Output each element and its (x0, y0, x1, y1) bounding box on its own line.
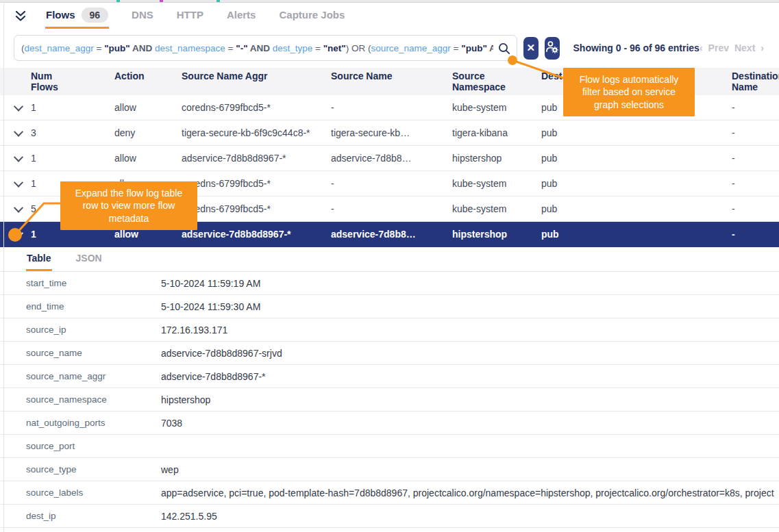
column-header-source-name[interactable]: Source Name (331, 71, 452, 81)
tab-detail-table[interactable]: Table (26, 247, 52, 271)
tab-detail-json[interactable]: JSON (75, 247, 103, 271)
cell-source_namespace: tigera-kibana (452, 127, 541, 138)
next-button[interactable]: Next (734, 42, 755, 53)
detail-value: 5-10-2024 11:59:30 AM (161, 301, 779, 312)
query-token-op: = (94, 43, 104, 53)
cell-source_name: tigera-secure-kb… (331, 127, 452, 138)
cell-source_name_aggr: adservice-7d8b8d8967-* (182, 229, 331, 240)
cell-source_name: adservice-7d8b8… (331, 153, 452, 164)
query-token-val: "pub" (104, 43, 130, 53)
cell-dest_name: - (732, 127, 779, 138)
detail-row-source_port: source_port (0, 435, 779, 458)
flow-row[interactable]: 1allowadservice-7d8b8d8967-*adservice-7d… (0, 146, 779, 171)
detail-row-source_namespace: source_namespacehipstershop (0, 388, 779, 411)
panel-left-border (3, 3, 4, 532)
detail-row-source_labels: source_labelsapp=adservice, pci=true, po… (0, 481, 779, 505)
clear-filter-button[interactable]: ✕ (523, 37, 539, 60)
tab-http[interactable]: HTTP (176, 3, 204, 29)
cell-dest_name_aggr: pub (541, 127, 732, 138)
query-token-op: = (312, 43, 323, 53)
expand-row-chevron-icon[interactable] (14, 127, 31, 138)
flow-detail-table: start_time5-10-2024 11:59:19 AMend_time5… (0, 272, 779, 528)
user-settings-button[interactable] (545, 37, 560, 60)
cell-source_namespace: kube-system (452, 203, 541, 214)
prev-chevron-icon[interactable]: ‹ (700, 42, 703, 53)
detail-key: source_name_aggr (26, 371, 161, 381)
pagination-controls: ‹ Prev Next › (700, 42, 764, 53)
expand-row-chevron-icon[interactable] (14, 102, 31, 113)
close-icon: ✕ (527, 42, 536, 54)
flow-logs-panel: Flows 96 DNS HTTP Alerts Capture Jobs (d… (0, 0, 779, 532)
detail-value: adservice-7d8b8d8967-srjvd (161, 348, 779, 359)
detail-key: source_type (26, 464, 161, 474)
cell-dest_name: - (732, 102, 779, 113)
prev-button[interactable]: Prev (708, 42, 729, 53)
entries-summary: Showing 0 - 96 of 96 entries (573, 42, 700, 53)
query-token-val: "-" (236, 43, 247, 53)
detail-value: adservice-7d8b8d8967-* (161, 371, 779, 382)
query-token-op: = (451, 43, 461, 53)
callout-filter-tip: Flow logs automatically filter based on … (563, 68, 695, 116)
detail-value: 142.251.5.95 (161, 511, 779, 522)
detail-key: dest_ip (26, 511, 161, 521)
callout-expand-tip: Expand the flow log table row to view mo… (60, 181, 197, 230)
cell-num: 1 (31, 102, 114, 113)
query-token-punc: ) OR ( (346, 43, 371, 53)
detail-key: source_name (26, 348, 161, 358)
cell-source_namespace: hipstershop (452, 229, 541, 240)
query-token-kw: AND (130, 43, 155, 53)
detail-row-source_name: source_nameadservice-7d8b8d8967-srjvd (0, 342, 779, 365)
detail-row-source_name_aggr: source_name_aggradservice-7d8b8d8967-* (0, 365, 779, 388)
expand-row-chevron-icon[interactable] (14, 229, 31, 240)
expand-row-chevron-icon[interactable] (14, 178, 31, 189)
expand-row-chevron-icon[interactable] (14, 203, 31, 214)
detail-row-start_time: start_time5-10-2024 11:59:19 AM (0, 272, 779, 295)
column-header-num-flows[interactable]: Num Flows (31, 71, 66, 92)
top-edge-artifact (0, 0, 779, 3)
detail-key: end_time (26, 301, 161, 312)
detail-value: app=adservice, pci=true, pod-template-ha… (161, 487, 779, 498)
cell-action: allow (114, 153, 182, 164)
column-header-destination-name[interactable]: Destination Name (732, 71, 779, 92)
tab-alerts[interactable]: Alerts (226, 3, 257, 29)
collapse-panel-icon[interactable] (14, 3, 27, 29)
cell-action: allow (114, 229, 182, 240)
detail-row-source_type: source_typewep (0, 458, 779, 481)
expand-row-chevron-icon[interactable] (14, 153, 31, 164)
column-header-source-namespace[interactable]: Source Namespace (452, 71, 541, 92)
detail-value: 7038 (161, 418, 779, 429)
tab-flows[interactable]: Flows 96 (45, 3, 109, 29)
query-token-kw: ANI (487, 43, 493, 53)
cell-dest_name_aggr: pub (541, 229, 732, 240)
cell-source_name: - (331, 102, 452, 113)
tab-dns[interactable]: DNS (131, 3, 154, 29)
cell-source_name: adservice-7d8b8… (331, 229, 452, 240)
query-token-field: dest_type (273, 43, 313, 53)
cell-dest_name_aggr: pub (541, 203, 732, 214)
cell-source_name_aggr: coredns-6799fbcd5-* (182, 203, 331, 214)
detail-key: start_time (26, 278, 161, 288)
user-gear-icon (545, 40, 559, 56)
detail-key: source_namespace (26, 394, 161, 405)
detail-row-nat_outgoing_ports: nat_outgoing_ports7038 (0, 411, 779, 435)
detail-key: nat_outgoing_ports (26, 418, 161, 428)
tab-capture-jobs[interactable]: Capture Jobs (278, 3, 345, 29)
flow-row[interactable]: 3denytigera-secure-kb-6f9c9c44c8-*tigera… (0, 121, 779, 146)
column-header-source-name-aggr[interactable]: Source Name Aggr (182, 71, 331, 81)
detail-value: hipstershop (161, 394, 779, 405)
detail-key: source_ip (26, 325, 161, 335)
cell-action: allow (114, 102, 182, 113)
cell-source_namespace: kube-system (452, 178, 541, 189)
next-chevron-icon[interactable]: › (761, 42, 764, 53)
search-icon[interactable] (497, 42, 511, 58)
filter-query-input[interactable]: (dest_name_aggr = "pub" AND dest_namespa… (14, 35, 517, 61)
query-token-field: dest_name_aggr (25, 43, 94, 53)
flow-detail-tabs: Table JSON (0, 247, 779, 272)
filter-toolbar: (dest_name_aggr = "pub" AND dest_namespa… (14, 33, 765, 63)
detail-value: 5-10-2024 11:59:19 AM (161, 278, 779, 289)
cell-source_namespace: hipstershop (452, 153, 541, 164)
logs-tab-bar: Flows 96 DNS HTTP Alerts Capture Jobs (0, 3, 779, 29)
column-header-action[interactable]: Action (114, 71, 182, 81)
filter-query-text: (dest_name_aggr = "pub" AND dest_namespa… (21, 43, 493, 53)
cell-dest_name: - (732, 178, 779, 189)
